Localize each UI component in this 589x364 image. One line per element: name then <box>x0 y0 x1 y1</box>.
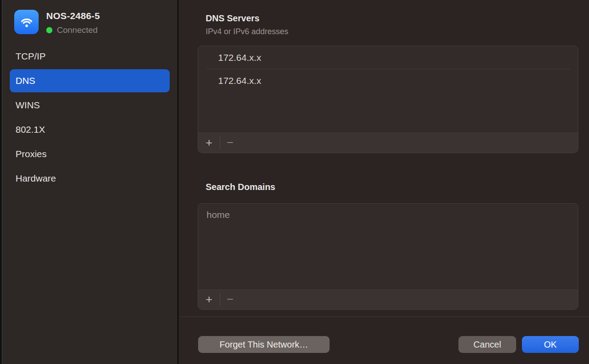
network-status: Connected <box>46 25 100 35</box>
window-edge-strip <box>0 0 2 364</box>
sidebar-item-wins[interactable]: WINS <box>10 94 170 117</box>
sidebar-item-dns[interactable]: DNS <box>10 69 170 92</box>
remove-dns-server-button[interactable]: − <box>220 133 240 153</box>
connected-status-dot-icon <box>46 27 52 33</box>
dns-servers-rows: 172.64.x.x 172.64.x.x <box>198 46 578 133</box>
wifi-icon <box>14 10 39 34</box>
search-domains-rows: home <box>198 204 578 289</box>
add-search-domain-button[interactable]: + <box>198 290 220 309</box>
add-dns-server-button[interactable]: + <box>198 133 220 153</box>
dns-server-entry[interactable]: 172.64.x.x <box>198 69 578 92</box>
network-settings-nav: TCP/IP DNS WINS 802.1X Proxies Hardware <box>10 45 170 191</box>
sidebar-item-8021x[interactable]: 802.1X <box>10 118 170 141</box>
dns-servers-subtitle: IPv4 or IPv6 addresses <box>206 27 288 36</box>
search-domains-listbox: home + − <box>198 203 578 310</box>
search-domains-footer: + − <box>198 289 578 309</box>
sidebar-item-proxies[interactable]: Proxies <box>10 142 170 166</box>
dns-servers-title: DNS Servers <box>206 13 259 24</box>
sidebar-item-tcpip[interactable]: TCP/IP <box>10 45 170 68</box>
dns-settings-pane: DNS Servers IPv4 or IPv6 addresses 172.6… <box>180 0 589 364</box>
network-details-sidebar: NOS-2486-5 Connected TCP/IP DNS WINS 802… <box>0 0 179 364</box>
network-name: NOS-2486-5 <box>46 11 100 21</box>
ok-button[interactable]: OK <box>522 336 579 353</box>
dns-servers-footer: + − <box>198 133 578 153</box>
sidebar-item-hardware[interactable]: Hardware <box>10 167 170 190</box>
network-header: NOS-2486-5 Connected <box>14 10 100 35</box>
footer-separator <box>180 317 589 317</box>
connected-status-label: Connected <box>57 25 98 35</box>
search-domains-title: Search Domains <box>206 182 275 192</box>
cancel-button[interactable]: Cancel <box>458 336 516 353</box>
forget-network-button[interactable]: Forget This Network… <box>198 336 330 353</box>
dns-server-entry[interactable]: 172.64.x.x <box>198 46 578 69</box>
search-domain-entry[interactable]: home <box>198 204 578 226</box>
dns-servers-listbox: 172.64.x.x 172.64.x.x + − <box>198 46 578 153</box>
remove-search-domain-button[interactable]: − <box>220 290 240 309</box>
